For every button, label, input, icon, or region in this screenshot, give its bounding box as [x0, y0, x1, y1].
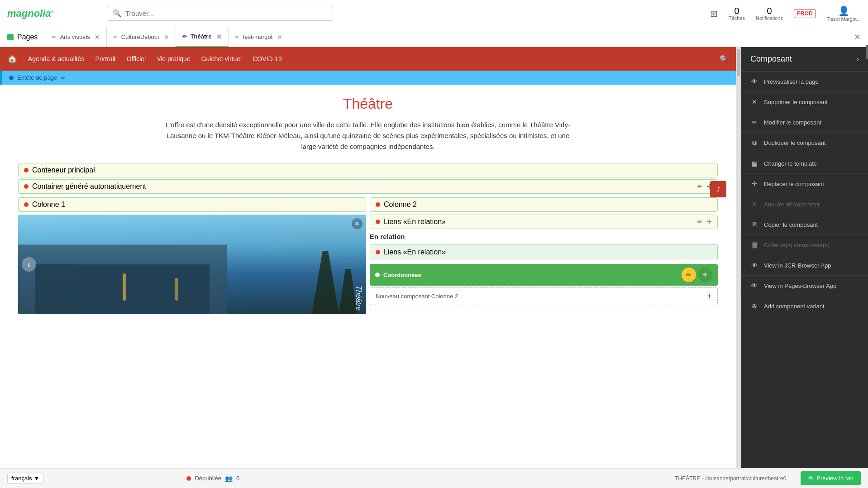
site-search-icon[interactable]: 🔍 [720, 55, 729, 63]
sidebar-item-previsualiser[interactable]: 👁 Prévisualiser la page [741, 72, 868, 92]
sidebar-item-modifier[interactable]: ✏ Modifier le composant [741, 112, 868, 133]
tab-label: Arts visuels [60, 33, 90, 40]
right-column: Colonne 2 Liens «En relation» ✏ ✛ [370, 197, 718, 314]
home-icon[interactable]: 🏠 [7, 54, 17, 64]
share-fab[interactable]: ⤴ [710, 181, 726, 197]
nouveau-composant-colonne2[interactable]: Nouveau composant Colonne 2 + [370, 287, 718, 305]
conteneur-principal-row: Conteneur principal [18, 163, 718, 177]
nav-link-agenda[interactable]: Agenda & actualités [28, 55, 85, 62]
scroll-thumb[interactable] [737, 49, 740, 76]
nouveau-composant-label: Nouveau composant Colonne 2 [376, 293, 458, 300]
close-all-tabs[interactable]: ✕ [847, 32, 868, 42]
status-dot [186, 476, 191, 481]
sidebar-item-label: Add component variant [764, 303, 825, 310]
page-header-dot [9, 76, 14, 80]
nouveau-plus-icon[interactable]: + [707, 292, 712, 301]
sidebar-item-dupliquer[interactable]: ⧉ Dupliquer le composant [741, 133, 868, 153]
sidebar-item-label: View in Pages-Browser App [764, 282, 836, 289]
tab-test-margot[interactable]: ✏ test-margot ✕ [229, 27, 290, 47]
dropdown-icon: ▼ [34, 475, 40, 482]
sidebar-expand-icon[interactable]: › [857, 55, 859, 63]
tab-label: CultureDebout [121, 33, 159, 40]
sidebar-item-label: Modifier le composant [764, 119, 821, 126]
bottom-bar: français ▼ Dépubliée 👥 0 THÉÂTRE - /laus… [0, 468, 868, 488]
container-auto-dot [24, 184, 29, 189]
env-badge: PROD [794, 9, 816, 18]
preview-in-tab-button[interactable]: 👁 Preview in tab [801, 471, 861, 485]
page-header-bar: Entête de page ✏ [0, 71, 736, 85]
tab-close-arts-visuels[interactable]: ✕ [95, 33, 100, 41]
tab-close-culture[interactable]: ✕ [164, 33, 169, 41]
image-close-btn[interactable]: ✕ [352, 218, 362, 229]
liens-en-relation-1: Liens «En relation» ✏ ✛ [370, 215, 718, 229]
tab-edit-icon: ✏ [113, 34, 118, 40]
user-name: Tissot Margot... [827, 16, 861, 22]
main-area: 🏠 Agenda & actualités Portrait Officiel … [0, 47, 868, 468]
page-header-edit-icon[interactable]: ✏ [61, 75, 65, 81]
nav-link-vie-pratique[interactable]: Vie pratique [157, 55, 190, 62]
move-icon: ✛ [750, 180, 758, 187]
logo-text: magnolia [7, 8, 51, 19]
sidebar-item-changer-template[interactable]: ▦ Changer le template [741, 153, 868, 174]
tab-close-theatre[interactable]: ✕ [216, 33, 222, 40]
coordonnees-actions: ✏ ✛ [682, 268, 712, 282]
grid-icon[interactable]: ⊞ [710, 8, 718, 19]
liens2-dot [376, 250, 380, 254]
sidebar-item-supprimer[interactable]: ✕ Supprimer le composant [741, 92, 868, 112]
colonne2-header: Colonne 2 [370, 197, 718, 212]
tab-theatre[interactable]: ✏ Théâtre ✕ [176, 27, 229, 47]
sidebar-item-label: Copier le composant [764, 221, 818, 228]
tab-close-test[interactable]: ✕ [277, 33, 282, 41]
column-image: ‹ ✕ Théâtre [18, 215, 366, 314]
lang-value: français [11, 475, 32, 482]
sidebar-item-pages-browser[interactable]: 👁 View in Pages-Browser App [741, 276, 868, 296]
sidebar-item-jcr-browser[interactable]: 👁 View in JCR-Browser App [741, 255, 868, 276]
sidebar-item-coller: 📋 Coller le(s) composant(s) [741, 235, 868, 255]
template-icon: ▦ [750, 160, 758, 167]
search-input[interactable] [125, 10, 327, 17]
sidebar-item-label: Supprimer le composant [764, 99, 828, 105]
right-sidebar: Composant › 👁 Prévisualiser la page ✕ Su… [741, 47, 868, 468]
user-menu[interactable]: 👤 Tissot Margot... [827, 5, 861, 22]
nav-link-guichet[interactable]: Guichet virtuel [201, 55, 242, 62]
page-header-label: Entête de page [17, 74, 57, 81]
nav-link-officiel[interactable]: Officiel [127, 55, 146, 62]
sidebar-title: Composant [750, 54, 792, 64]
coordonnees-bar: Coordonnées ✏ ✛ [370, 264, 718, 286]
liens1-move-btn[interactable]: ✛ [706, 218, 712, 225]
lang-dropdown[interactable]: français ▼ [7, 473, 43, 484]
tab-pages[interactable]: Pages [0, 27, 45, 47]
tasks-counter[interactable]: 0 Tâches [729, 6, 745, 21]
search-bar[interactable]: 🔍 [107, 6, 333, 21]
page-scrollbar[interactable] [736, 47, 741, 468]
coordonnees-label: Coordonnées [383, 272, 421, 278]
liens-en-relation-2-section: Liens «En relation» [370, 244, 718, 260]
image-prev-btn[interactable]: ‹ [22, 257, 36, 272]
container-edit-btn[interactable]: ✏ [697, 183, 703, 190]
coordonnees-edit-btn[interactable]: ✏ [682, 268, 696, 282]
notifications-counter[interactable]: 0 Notifications [756, 6, 783, 21]
sidebar-item-copier[interactable]: ⎘ Copier le composant [741, 215, 868, 235]
sidebar-item-add-variant[interactable]: ⊕ Add component variant [741, 296, 868, 316]
sidebar-item-label: View in JCR-Browser App [764, 262, 831, 269]
tab-culture-debout[interactable]: ✏ CultureDebout ✕ [107, 27, 176, 47]
duplicate-icon: ⧉ [750, 139, 758, 147]
liens1-edit-btn[interactable]: ✏ [697, 218, 703, 225]
conteneur-principal-label: Conteneur principal [32, 166, 95, 174]
page-path: THÉÂTRE - /lausanne/portrait/culture/the… [675, 475, 786, 482]
en-relation-title: En relation [370, 233, 718, 240]
app-logo: magnolia® [7, 8, 98, 19]
tab-arts-visuels[interactable]: ✏ Arts visuels ✕ [45, 27, 106, 47]
nav-link-portrait[interactable]: Portrait [95, 55, 116, 62]
sidebar-header: Composant › [741, 47, 868, 72]
tab-edit-icon: ✏ [182, 33, 187, 40]
status-section: Dépubliée 👥 0 [186, 475, 239, 482]
tabs-bar: Pages ✏ Arts visuels ✕ ✏ CultureDebout ✕… [0, 27, 868, 47]
image-overlay-text: Théâtre [354, 286, 362, 311]
language-selector[interactable]: français ▼ [7, 473, 43, 484]
sidebar-item-label: Déplacer le composant [764, 181, 824, 187]
notifications-count: 0 [767, 6, 772, 15]
sidebar-item-deplacer[interactable]: ✛ Déplacer le composant [741, 174, 868, 194]
coordonnees-move-btn[interactable]: ✛ [698, 268, 712, 282]
nav-link-covid[interactable]: COVID-19 [253, 55, 282, 62]
